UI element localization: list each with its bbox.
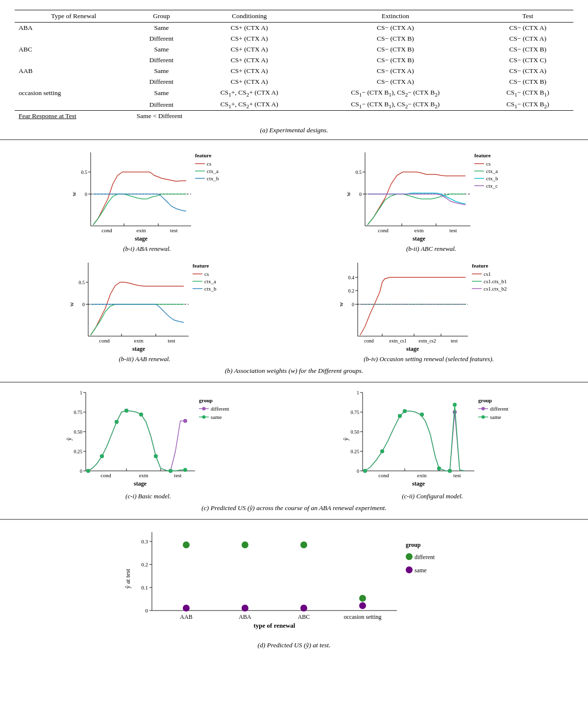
svg-text:0.75: 0.75 — [350, 410, 359, 415]
svg-text:0: 0 — [82, 302, 85, 307]
chart-cii-caption: (c-ii) Configural model. — [402, 492, 463, 500]
svg-text:0: 0 — [146, 608, 148, 613]
svg-text:w: w — [68, 302, 75, 307]
svg-text:0: 0 — [352, 302, 354, 307]
svg-text:0.25: 0.25 — [74, 449, 82, 454]
svg-text:0.75: 0.75 — [74, 410, 82, 415]
svg-text:0: 0 — [357, 468, 359, 474]
svg-text:ctx_c: ctx_c — [486, 183, 498, 189]
svg-point-129 — [202, 416, 205, 419]
col-header-cond: Conditioning — [190, 10, 308, 23]
svg-text:1: 1 — [357, 390, 359, 395]
dot-aab-different — [183, 541, 190, 548]
svg-text:extn: extn — [417, 472, 426, 478]
chart-biii: w 0.5 0 cond extn test stage — [66, 255, 223, 363]
svg-text:stage: stage — [135, 235, 148, 242]
svg-point-161 — [403, 409, 407, 413]
svg-text:extn_cs1: extn_cs1 — [389, 338, 407, 343]
svg-point-158 — [363, 469, 367, 473]
legend-same-dot — [406, 566, 413, 573]
table-row: ABC Same CS+ (CTX A) CS− (CTX B) CS− (CT… — [15, 44, 573, 55]
svg-text:ABA: ABA — [239, 613, 251, 620]
svg-text:group: group — [406, 541, 421, 548]
svg-point-120 — [139, 413, 143, 416]
svg-text:different: different — [211, 406, 229, 412]
svg-text:extn: extn — [137, 227, 146, 233]
svg-text:0: 0 — [359, 192, 362, 197]
svg-text:occasion setting: occasion setting — [344, 613, 382, 620]
svg-text:0.5: 0.5 — [79, 280, 85, 285]
table-row: Different CS+ (CTX A) CS− (CTX B) CS− (C… — [15, 33, 573, 44]
chart-ci: ŷ 0 0.25 0.50 0.75 1 cond extn test — [65, 388, 232, 500]
ctx-a-line — [93, 194, 186, 225]
svg-text:extn_cs2: extn_cs2 — [418, 338, 436, 343]
svg-text:1: 1 — [80, 390, 82, 395]
svg-text:type of renewal: type of renewal — [254, 622, 295, 629]
svg-point-168 — [481, 407, 485, 411]
svg-text:stage: stage — [134, 480, 147, 487]
fear-response-row: Fear Response at Test Same < Different — [15, 111, 573, 122]
svg-text:0.25: 0.25 — [350, 449, 359, 454]
chart-cii-svg: ŷ 0 0.25 0.50 0.75 1 cond extn test — [342, 388, 523, 490]
table-row: occasion setting Same CS1+, CS2+ (CTX A)… — [15, 87, 573, 99]
svg-text:0.3: 0.3 — [141, 539, 148, 544]
c-section-caption: (c) Predicted US (ŷ) across the course o… — [10, 504, 578, 512]
svg-text:ABC: ABC — [298, 613, 310, 620]
svg-text:ctx_b: ctx_b — [204, 286, 217, 292]
c-charts-section: ŷ 0 0.25 0.50 0.75 1 cond extn test — [0, 383, 588, 520]
svg-text:cs1.ctx_b2: cs1.ctx_b2 — [484, 286, 507, 292]
svg-text:0.4: 0.4 — [348, 275, 355, 280]
chart-bi: w 0.5 0 cond extn test stage — [69, 145, 225, 253]
svg-text:cond: cond — [99, 338, 110, 343]
svg-text:0: 0 — [80, 468, 82, 474]
chart-bii-svg: w 0.5 0 cond extn test stage — [343, 145, 519, 243]
svg-text:test: test — [168, 338, 175, 343]
table-row: AAB Same CS+ (CTX A) CS− (CTX A) CS− (CT… — [15, 66, 573, 76]
chart-biii-caption: (b-iii) AAB renewal. — [119, 355, 170, 363]
svg-point-121 — [154, 454, 158, 458]
charts-row-c: ŷ 0 0.25 0.50 0.75 1 cond extn test — [10, 388, 578, 500]
svg-point-164 — [448, 469, 452, 473]
dot-abc-same — [300, 605, 307, 612]
chart-biv-caption: (b-iv) Occasion setting renewal (selecte… — [364, 355, 493, 363]
col-header-test: Test — [482, 10, 573, 23]
svg-point-123 — [183, 468, 187, 472]
svg-point-171 — [481, 416, 485, 419]
chart-bi-svg: w 0.5 0 cond extn test stage — [69, 145, 225, 243]
svg-text:0.5: 0.5 — [356, 170, 362, 175]
table-row: Different CS+ (CTX A) CS− (CTX B) CS− (C… — [15, 55, 573, 66]
scatter-row: ŷ at test 0 0.1 0.2 0.3 AAB ABA ABC occa… — [10, 525, 578, 637]
svg-text:feature: feature — [474, 152, 491, 158]
svg-text:ŷ at test: ŷ at test — [124, 569, 131, 589]
svg-point-116 — [86, 469, 90, 473]
table-row: Different CS1+, CS2+ (CTX A) CS1− (CTX B… — [15, 99, 573, 111]
svg-text:group: group — [199, 397, 213, 403]
charts-row-b-top: w 0.5 0 cond extn test stage — [10, 145, 578, 253]
svg-text:extn: extn — [139, 472, 148, 478]
svg-text:cs: cs — [204, 271, 209, 277]
svg-text:test: test — [174, 472, 181, 478]
svg-text:0.2: 0.2 — [348, 288, 355, 294]
svg-text:stage: stage — [412, 480, 425, 487]
col-header-type: Type of Renewal — [15, 10, 133, 23]
svg-text:feature: feature — [472, 263, 489, 269]
svg-text:ctx_a: ctx_a — [207, 168, 219, 174]
col-header-ext: Extinction — [308, 10, 482, 23]
chart-cii: ŷ 0 0.25 0.50 0.75 1 cond extn test — [342, 388, 523, 500]
chart-bi-caption: (b-i) ABA renewal. — [123, 245, 171, 253]
svg-point-122 — [169, 469, 172, 473]
svg-text:ctx_b: ctx_b — [486, 175, 498, 181]
svg-point-117 — [100, 454, 104, 458]
chart-bii-caption: (b-ii) ABC renewal. — [406, 245, 456, 253]
svg-point-162 — [420, 413, 424, 416]
svg-point-115 — [183, 419, 187, 423]
svg-text:ŷ: ŷ — [65, 438, 73, 441]
chart-biii-svg: w 0.5 0 cond extn test stage — [66, 255, 223, 353]
d-section-caption: (d) Predicted US (ŷ) at test. — [10, 641, 578, 649]
b-charts-section: w 0.5 0 cond extn test stage — [0, 140, 588, 383]
y-axis-label: w — [70, 192, 77, 196]
svg-text:test: test — [451, 338, 458, 343]
chart-bii: w 0.5 0 cond extn test stage — [343, 145, 519, 253]
ctx-b-line — [93, 194, 186, 211]
table-row: ABA Same CS+ (CTX A) CS− (CTX A) CS− (CT… — [15, 23, 573, 34]
